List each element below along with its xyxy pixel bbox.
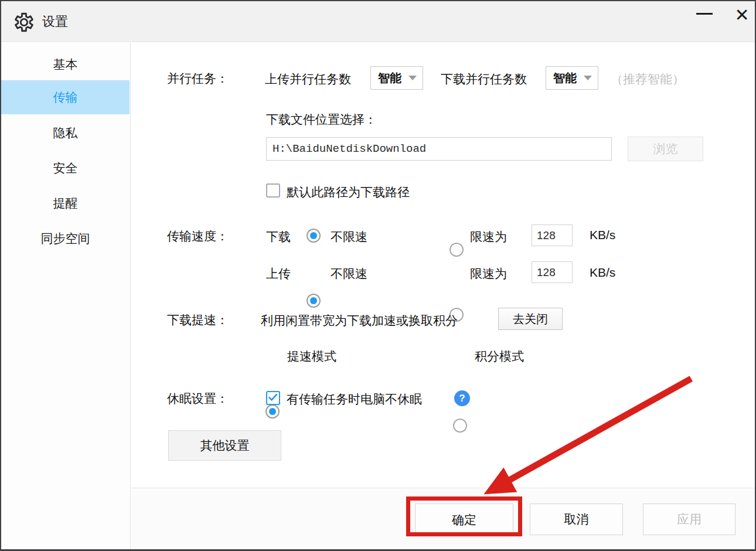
download-parallel-select[interactable]: 智能: [546, 66, 598, 90]
upload-limit-input[interactable]: [532, 261, 573, 283]
boost-toggle-label: 去关闭: [513, 311, 548, 327]
speed-row-name: 上传: [266, 266, 291, 282]
transfer-speed-label: 传输速度：: [167, 228, 229, 244]
download-parallel-label: 下载并行任务数: [441, 71, 527, 87]
other-settings-button[interactable]: 其他设置: [168, 430, 281, 461]
apply-button[interactable]: 应用: [643, 504, 735, 535]
chevron-down-icon: [584, 76, 592, 80]
boost-toggle-button[interactable]: 去关闭: [498, 308, 563, 330]
sidebar-item-reminder[interactable]: 提醒: [1, 189, 130, 218]
browse-button[interactable]: 浏览: [628, 137, 703, 161]
sidebar-item-label: 提醒: [53, 196, 78, 210]
no-sleep-label: 有传输任务时电脑不休眠: [287, 391, 422, 407]
gear-icon: [14, 12, 34, 32]
no-sleep-checkbox[interactable]: [266, 391, 280, 405]
chevron-down-icon: [408, 76, 417, 80]
upload-unlimited-label: 不限速: [331, 266, 367, 282]
download-limited-radio[interactable]: [449, 243, 464, 257]
sidebar-item-privacy[interactable]: 隐私: [1, 118, 130, 148]
boost-description: 利用闲置带宽为下载加速或换取积分: [261, 312, 458, 329]
download-boost-label: 下载提速：: [167, 312, 229, 328]
settings-dialog: 设置 ✕ 基本 传输 隐私 安全 提醒 同步空间 并行任务： 上传并行任务数 智…: [0, 0, 756, 551]
recommended-hint: （推荐智能）: [611, 71, 685, 87]
sleep-settings-label: 休眠设置：: [167, 390, 229, 407]
ok-button[interactable]: 确定: [415, 504, 513, 536]
download-limit-label: 限速为: [470, 229, 507, 245]
ok-button-label: 确定: [452, 512, 476, 528]
help-icon[interactable]: ?: [454, 390, 470, 406]
upload-limit-label: 限速为: [470, 266, 507, 282]
sidebar-item-label: 基本: [53, 57, 78, 71]
download-limit-unit: KB/s: [590, 228, 615, 242]
default-path-label: 默认此路径为下载路径: [287, 184, 410, 200]
titlebar: 设置 ✕: [1, 1, 755, 42]
download-unlimited-radio[interactable]: [307, 229, 321, 243]
upload-parallel-label: 上传并行任务数: [265, 71, 351, 87]
sidebar-item-basic[interactable]: 基本: [1, 50, 130, 79]
points-mode-radio[interactable]: [453, 419, 467, 433]
download-path-input[interactable]: [266, 137, 612, 161]
minimize-button[interactable]: [688, 1, 721, 36]
sidebar-item-label: 隐私: [53, 126, 78, 140]
sidebar-item-transfer[interactable]: 传输: [1, 80, 130, 114]
download-location-label: 下载文件位置选择：: [266, 111, 377, 128]
default-path-checkbox[interactable]: [266, 183, 280, 198]
sidebar-item-label: 传输: [53, 90, 78, 104]
help-glyph: ?: [459, 393, 465, 404]
upload-limit-unit: KB/s: [590, 266, 615, 280]
close-button[interactable]: ✕: [727, 1, 756, 36]
sidebar-item-sync-space[interactable]: 同步空间: [1, 224, 130, 253]
download-unlimited-label: 不限速: [331, 229, 367, 245]
sidebar-item-security[interactable]: 安全: [1, 154, 130, 183]
close-icon: ✕: [734, 5, 749, 25]
sidebar-item-label: 同步空间: [41, 232, 90, 245]
boost-mode-label: 提速模式: [287, 348, 336, 365]
cancel-button[interactable]: 取消: [530, 504, 623, 535]
upload-parallel-select[interactable]: 智能: [370, 66, 423, 90]
download-parallel-value: 智能: [553, 70, 577, 86]
points-mode-label: 积分模式: [475, 348, 524, 365]
boost-mode-radio[interactable]: [265, 404, 280, 419]
parallel-tasks-label: 并行任务：: [167, 70, 229, 87]
check-icon: [267, 392, 279, 404]
speed-row-name: 下载: [266, 229, 291, 245]
browse-button-label: 浏览: [653, 141, 678, 157]
transfer-settings-panel: [131, 43, 755, 549]
sidebar-item-label: 安全: [53, 161, 78, 175]
window-title: 设置: [42, 1, 68, 42]
apply-button-label: 应用: [677, 511, 701, 528]
sidebar: 基本 传输 隐私 安全 提醒 同步空间: [1, 43, 131, 549]
other-settings-label: 其他设置: [200, 437, 250, 454]
download-limit-input[interactable]: [532, 225, 573, 246]
minimize-icon: [696, 13, 713, 15]
cancel-button-label: 取消: [564, 511, 589, 528]
upload-parallel-value: 智能: [378, 70, 401, 86]
upload-unlimited-radio[interactable]: [307, 294, 321, 308]
